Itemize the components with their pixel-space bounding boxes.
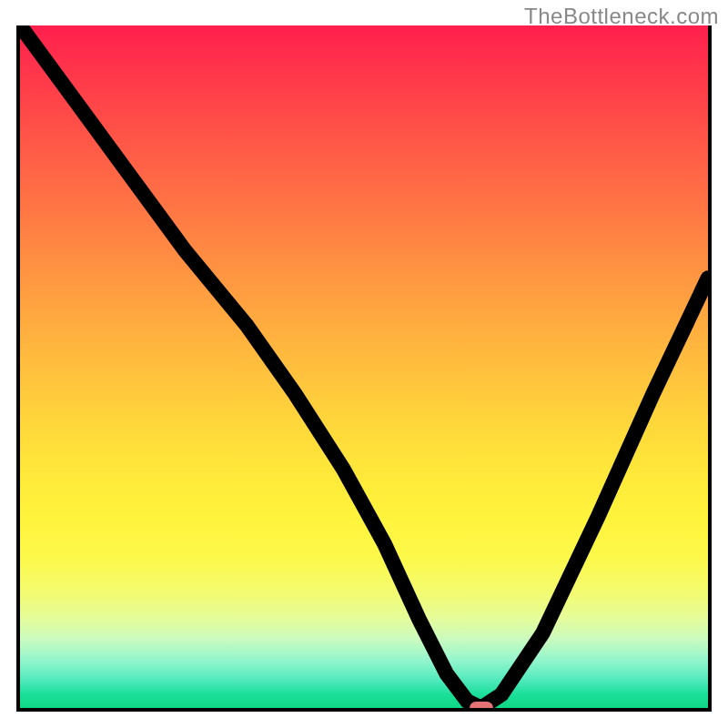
chart-frame: TheBottleneck.com bbox=[0, 0, 728, 728]
curve-svg bbox=[20, 25, 708, 708]
plot-area bbox=[16, 25, 712, 712]
optimal-marker bbox=[470, 702, 493, 712]
bottleneck-curve bbox=[20, 25, 708, 708]
